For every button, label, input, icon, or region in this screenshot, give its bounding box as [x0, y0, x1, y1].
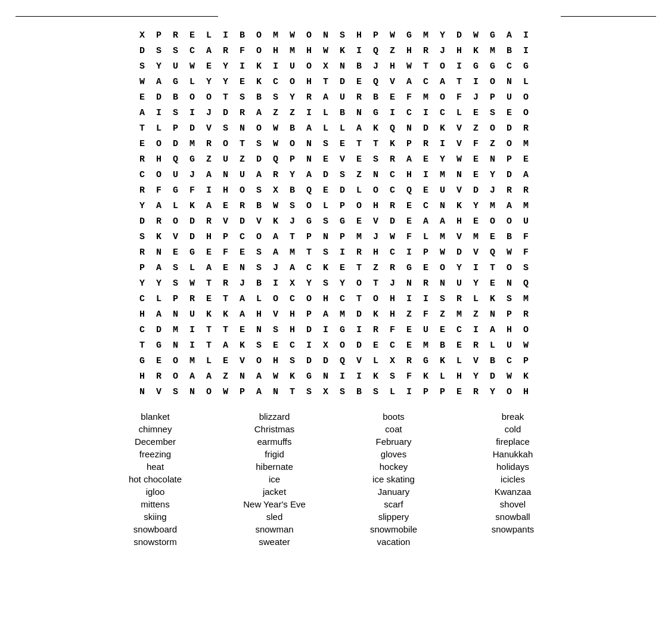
grid-cell: N — [268, 384, 284, 400]
grid-cell: W — [268, 369, 284, 384]
grid-cell: E — [384, 89, 401, 105]
grid-cell: Y — [484, 167, 501, 182]
grid-cell: K — [368, 369, 384, 384]
grid-cell: D — [484, 369, 501, 384]
grid-cell: Z — [468, 120, 484, 136]
grid-cell: R — [234, 105, 251, 120]
word-item: sweater — [215, 537, 334, 547]
grid-cell: P — [134, 260, 151, 275]
grid-cell: B — [351, 384, 368, 400]
grid-cell: H — [401, 167, 418, 182]
grid-cell: C — [501, 58, 518, 74]
grid-cell: R — [468, 338, 484, 353]
grid-cell: S — [434, 291, 451, 306]
grid-cell: A — [251, 167, 268, 182]
word-item: boots — [334, 411, 453, 422]
grid-cell: S — [284, 353, 301, 369]
grid-cell: W — [218, 384, 234, 400]
grid-cell: Q — [268, 151, 284, 167]
grid-cell: J — [434, 43, 451, 58]
grid-cell: L — [151, 120, 167, 136]
word-item: holidays — [453, 462, 573, 472]
grid-cell: I — [401, 244, 418, 260]
grid-cell: N — [318, 229, 334, 244]
grid-cell: A — [201, 260, 218, 275]
grid-cell: Y — [334, 275, 351, 291]
grid-cell: H — [134, 369, 151, 384]
grid-cell: I — [434, 136, 451, 151]
grid-cell: S — [318, 136, 334, 151]
word-search-table: XPRELIBOMWONSHPWGMYDWGAIDSSCARFOHMHWKIQZ… — [134, 27, 535, 400]
grid-cell: E — [151, 353, 167, 369]
grid-cell: B — [501, 43, 518, 58]
grid-cell: D — [418, 120, 434, 136]
grid-cell: N — [501, 275, 518, 291]
grid-cell: S — [151, 43, 167, 58]
grid-cell: N — [318, 369, 334, 384]
grid-cell: A — [134, 105, 151, 120]
grid-cell: D — [218, 105, 234, 120]
grid-cell: I — [184, 105, 201, 120]
grid-cell: R — [501, 182, 518, 198]
word-item: break — [453, 411, 573, 422]
grid-cell: A — [201, 369, 218, 384]
grid-cell: Q — [368, 74, 384, 89]
grid-cell: F — [451, 89, 468, 105]
grid-cell: H — [251, 306, 268, 322]
grid-cell: V — [468, 244, 484, 260]
grid-cell: R — [301, 89, 318, 105]
grid-cell: V — [251, 213, 268, 229]
grid-cell: L — [518, 74, 535, 89]
grid-cell: I — [218, 27, 234, 43]
name-field — [12, 6, 218, 17]
grid-cell: U — [334, 89, 351, 105]
grid-cell: S — [167, 275, 184, 291]
grid-cell: S — [368, 384, 384, 400]
grid-cell: S — [251, 260, 268, 275]
grid-cell: D — [151, 322, 167, 338]
grid-cell: A — [301, 167, 318, 182]
grid-cell: G — [301, 213, 318, 229]
grid-cell: L — [201, 27, 218, 43]
grid-cell: A — [501, 198, 518, 213]
grid-cell: H — [134, 306, 151, 322]
date-field — [557, 6, 656, 17]
grid-cell: I — [468, 260, 484, 275]
grid-cell: E — [334, 260, 351, 275]
grid-cell: C — [268, 74, 284, 89]
grid-cell: H — [384, 306, 401, 322]
grid-cell: K — [151, 229, 167, 244]
grid-cell: R — [218, 275, 234, 291]
grid-cell: D — [501, 120, 518, 136]
grid-cell: L — [318, 105, 334, 120]
grid-cell: S — [251, 136, 268, 151]
grid-cell: D — [134, 43, 151, 58]
grid-cell: T — [218, 89, 234, 105]
grid-cell: P — [434, 384, 451, 400]
grid-cell: K — [434, 120, 451, 136]
word-item: snowstorm — [96, 537, 215, 547]
grid-cell: E — [434, 322, 451, 338]
word-item: cold — [453, 424, 573, 434]
word-item: heat — [96, 462, 215, 472]
grid-cell: E — [134, 89, 151, 105]
word-item: hibernate — [215, 462, 334, 472]
grid-cell: O — [284, 74, 301, 89]
grid-cell: O — [251, 229, 268, 244]
grid-cell: R — [368, 322, 384, 338]
grid-cell: Z — [351, 167, 368, 182]
grid-cell: P — [167, 120, 184, 136]
grid-cell: D — [384, 213, 401, 229]
grid-cell: K — [251, 74, 268, 89]
grid-cell: U — [434, 182, 451, 198]
grid-cell: V — [201, 120, 218, 136]
grid-cell: D — [334, 182, 351, 198]
grid-cell: Y — [434, 151, 451, 167]
grid-cell: N — [318, 27, 334, 43]
grid-cell: M — [418, 27, 434, 43]
grid-cell: F — [234, 43, 251, 58]
grid-cell: O — [501, 136, 518, 151]
grid-cell: W — [134, 74, 151, 89]
word-item: coat — [334, 424, 453, 434]
grid-cell: C — [384, 244, 401, 260]
